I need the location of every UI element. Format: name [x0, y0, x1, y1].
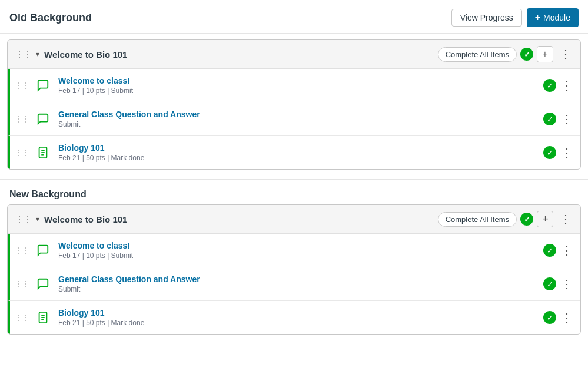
item-options-button[interactable]: ⋮ — [560, 310, 573, 325]
check-icon: ✓ — [547, 81, 553, 90]
new-module-items: ⋮⋮ Welcome to class! Feb 17 | 10 pts | S… — [8, 233, 580, 334]
item-options-button[interactable]: ⋮ — [560, 78, 573, 92]
discussion-icon — [34, 275, 52, 293]
item-meta: Feb 17 | 10 pts | Submit — [58, 87, 543, 95]
item-meta: Feb 21 | 50 pts | Mark done — [58, 154, 543, 162]
item-title[interactable]: Welcome to class! — [58, 241, 543, 250]
old-module-title: Welcome to Bio 101 — [44, 49, 127, 59]
add-item-button[interactable]: + — [537, 46, 553, 62]
item-actions: ✓ ⋮ — [543, 112, 573, 126]
item-actions: ✓ ⋮ — [543, 78, 573, 92]
item-title[interactable]: General Class Question and Answer — [58, 110, 543, 119]
assignment-icon — [34, 308, 52, 327]
page-title: Old Background — [9, 12, 92, 24]
item-options-button[interactable]: ⋮ — [560, 243, 573, 257]
add-item-button[interactable]: + — [537, 211, 553, 227]
item-title[interactable]: Biology 101 — [58, 308, 543, 318]
check-icon: ✓ — [547, 115, 553, 124]
chevron-down-icon[interactable]: ▾ — [36, 215, 39, 223]
item-content: Welcome to class! Feb 17 | 10 pts | Subm… — [58, 241, 543, 260]
add-module-button[interactable]: + Module — [527, 8, 579, 27]
old-module-header: ⋮⋮ ▾ Welcome to Bio 101 Complete All Ite… — [8, 40, 580, 68]
item-options-button[interactable]: ⋮ — [560, 145, 573, 160]
module-header-right: Complete All Items ✓ + ⋮ — [438, 211, 573, 227]
module-drag-handle[interactable]: ⋮⋮ — [15, 49, 31, 60]
table-row: ⋮⋮ Biology 101 Feb 21 | 50 pts | Mark do… — [8, 301, 580, 334]
item-content: Welcome to class! Feb 17 | 10 pts | Subm… — [58, 76, 543, 95]
complete-all-button[interactable]: Complete All Items — [438, 47, 517, 62]
item-actions: ✓ ⋮ — [543, 145, 573, 160]
new-module-container: ⋮⋮ ▾ Welcome to Bio 101 Complete All Ite… — [7, 204, 581, 335]
complete-all-button[interactable]: Complete All Items — [438, 212, 517, 227]
item-content: Biology 101 Feb 21 | 50 pts | Mark done — [58, 308, 543, 327]
top-header: Old Background View Progress + Module — [0, 0, 588, 34]
table-row: ⋮⋮ General Class Question and Answer Sub… — [8, 267, 580, 301]
check-icon: ✓ — [547, 246, 553, 255]
new-module-header: ⋮⋮ ▾ Welcome to Bio 101 Complete All Ite… — [8, 205, 580, 233]
item-actions: ✓ ⋮ — [543, 243, 573, 257]
assignment-icon — [34, 143, 52, 162]
table-row: ⋮⋮ Welcome to class! Feb 17 | 10 pts | S… — [8, 234, 580, 267]
item-drag-handle[interactable]: ⋮⋮ — [10, 246, 34, 255]
item-drag-handle[interactable]: ⋮⋮ — [10, 313, 34, 322]
chevron-down-icon[interactable]: ▾ — [36, 50, 39, 58]
item-meta: Feb 17 | 10 pts | Submit — [58, 252, 543, 260]
item-drag-handle[interactable]: ⋮⋮ — [10, 81, 34, 90]
old-module-items: ⋮⋮ Welcome to class! Feb 17 | 10 pts | S… — [8, 68, 580, 169]
item-meta: Submit — [58, 120, 543, 128]
table-row: ⋮⋮ Biology 101 Feb 21 | 50 pts | Mark do… — [8, 136, 580, 169]
discussion-icon — [34, 110, 52, 128]
item-meta: Feb 21 | 50 pts | Mark done — [58, 319, 543, 327]
item-complete-check: ✓ — [543, 113, 556, 125]
module-header-left: ⋮⋮ ▾ Welcome to Bio 101 — [15, 49, 127, 60]
item-options-button[interactable]: ⋮ — [560, 112, 573, 126]
item-actions: ✓ ⋮ — [543, 310, 573, 325]
module-drag-handle[interactable]: ⋮⋮ — [15, 214, 31, 225]
item-complete-check: ✓ — [543, 277, 556, 290]
table-row: ⋮⋮ General Class Question and Answer Sub… — [8, 102, 580, 136]
new-section-label: New Background — [0, 180, 588, 204]
check-icon: ✓ — [524, 50, 530, 59]
module-header-right: Complete All Items ✓ + ⋮ — [438, 46, 573, 62]
item-title[interactable]: General Class Question and Answer — [58, 275, 543, 284]
old-module-container: ⋮⋮ ▾ Welcome to Bio 101 Complete All Ite… — [7, 39, 581, 170]
item-drag-handle[interactable]: ⋮⋮ — [10, 114, 34, 124]
check-icon: ✓ — [547, 280, 553, 289]
check-icon: ✓ — [524, 215, 530, 224]
item-drag-handle[interactable]: ⋮⋮ — [10, 279, 34, 289]
item-options-button[interactable]: ⋮ — [560, 277, 573, 291]
plus-icon: + — [535, 12, 540, 23]
module-header-left: ⋮⋮ ▾ Welcome to Bio 101 — [15, 214, 127, 225]
item-meta: Submit — [58, 285, 543, 293]
view-progress-button[interactable]: View Progress — [451, 9, 522, 27]
item-complete-check: ✓ — [543, 244, 556, 257]
plus-icon: + — [542, 49, 547, 59]
item-complete-check: ✓ — [543, 311, 556, 324]
discussion-icon — [34, 241, 52, 260]
module-options-button[interactable]: ⋮ — [557, 46, 573, 62]
item-actions: ✓ ⋮ — [543, 277, 573, 291]
item-content: General Class Question and Answer Submit — [58, 110, 543, 128]
module-options-button[interactable]: ⋮ — [557, 211, 573, 227]
item-title[interactable]: Biology 101 — [58, 143, 543, 153]
header-buttons: View Progress + Module — [451, 8, 579, 27]
module-complete-check: ✓ — [520, 48, 533, 61]
discussion-icon — [34, 76, 52, 95]
item-content: General Class Question and Answer Submit — [58, 275, 543, 293]
module-complete-check: ✓ — [520, 213, 533, 226]
check-icon: ✓ — [547, 313, 553, 322]
new-module-title: Welcome to Bio 101 — [44, 214, 127, 224]
item-complete-check: ✓ — [543, 79, 556, 92]
check-icon: ✓ — [547, 148, 553, 157]
table-row: ⋮⋮ Welcome to class! Feb 17 | 10 pts | S… — [8, 69, 580, 102]
item-complete-check: ✓ — [543, 146, 556, 159]
item-drag-handle[interactable]: ⋮⋮ — [10, 148, 34, 157]
item-content: Biology 101 Feb 21 | 50 pts | Mark done — [58, 143, 543, 162]
add-module-label: Module — [543, 13, 570, 22]
item-title[interactable]: Welcome to class! — [58, 76, 543, 85]
